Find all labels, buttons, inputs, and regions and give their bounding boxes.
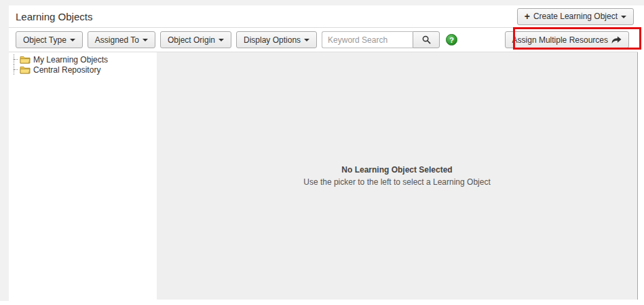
object-origin-dropdown[interactable]: Object Origin	[160, 31, 231, 48]
detail-panel: No Learning Object Selected Use the pick…	[157, 52, 638, 300]
learning-objects-page: Learning Objects + Create Learning Objec…	[9, 5, 638, 301]
assign-multiple-resources-label: Assign Multiple Resources	[512, 35, 608, 45]
outer-margin-left	[0, 5, 9, 301]
outer-margin-top	[0, 0, 644, 5]
empty-state-subtitle: Use the picker to the left to select a L…	[303, 177, 490, 187]
caret-down-icon	[219, 39, 224, 41]
empty-state-title: No Learning Object Selected	[341, 165, 452, 175]
filter-toolbar: Object Type Assigned To Object Origin Di…	[9, 28, 638, 52]
page-title: Learning Objects	[16, 11, 92, 22]
display-options-dropdown[interactable]: Display Options	[236, 31, 317, 48]
object-origin-label: Object Origin	[168, 35, 215, 45]
help-icon[interactable]: ?	[446, 34, 457, 46]
tree-item-central-repository[interactable]: Central Repository	[10, 65, 157, 75]
caret-down-icon	[304, 39, 309, 41]
caret-down-icon	[70, 39, 75, 41]
search-icon	[422, 35, 431, 44]
tree-item-my-learning-objects[interactable]: My Learning Objects	[10, 54, 157, 65]
learning-object-picker-tree: My Learning Objects Central Repository	[9, 52, 157, 300]
content-split: My Learning Objects Central Repository N…	[9, 52, 638, 300]
folder-icon	[20, 65, 31, 74]
page-header: Learning Objects + Create Learning Objec…	[9, 5, 638, 28]
tree-item-label: My Learning Objects	[33, 55, 108, 65]
tree-connector[interactable]	[12, 54, 19, 65]
assign-multiple-resources-button[interactable]: Assign Multiple Resources	[505, 31, 629, 48]
assigned-to-dropdown[interactable]: Assigned To	[88, 31, 155, 48]
object-type-label: Object Type	[23, 35, 67, 45]
plus-icon: +	[525, 12, 530, 21]
caret-down-icon	[621, 16, 626, 18]
caret-down-icon	[143, 39, 148, 41]
assigned-to-label: Assigned To	[95, 35, 139, 45]
search-button[interactable]	[413, 31, 440, 48]
keyword-search-group	[322, 31, 440, 48]
tree-item-label: Central Repository	[33, 65, 100, 75]
create-learning-object-label: Create Learning Object	[533, 12, 618, 21]
folder-icon	[20, 55, 31, 64]
create-learning-object-button[interactable]: + Create Learning Object	[517, 8, 634, 25]
display-options-label: Display Options	[244, 35, 301, 45]
object-type-dropdown[interactable]: Object Type	[16, 31, 83, 48]
keyword-search-input[interactable]	[322, 31, 413, 48]
forward-arrow-icon	[611, 36, 622, 44]
tree-connector[interactable]	[12, 65, 19, 75]
